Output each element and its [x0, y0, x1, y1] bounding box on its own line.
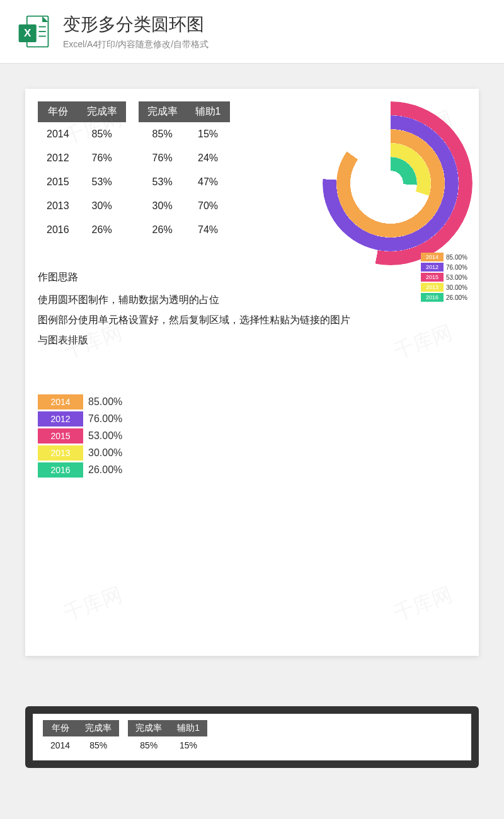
legend-swatch: 2013	[421, 283, 444, 292]
legend-row: 201330.00%	[38, 445, 466, 461]
table-row: 85% 15%	[128, 736, 207, 754]
table-cell: 24%	[186, 146, 230, 170]
multiring-donut-chart	[309, 101, 472, 265]
legend-row: 201553.00%	[421, 273, 472, 282]
th-helper1: 辅助1	[186, 101, 230, 122]
page-title: 变形多分类圆环图	[63, 13, 209, 37]
table-row: 76%24%	[139, 146, 230, 170]
legend-value: 76.00%	[83, 413, 122, 425]
header-text-block: 变形多分类圆环图 Excel/A4打印/内容随意修改/自带格式	[63, 13, 209, 50]
table-cell: 85%	[78, 122, 126, 146]
table-cell: 2013	[38, 194, 78, 218]
legend-row: 201276.00%	[38, 411, 466, 427]
table-row: 201276%	[38, 146, 126, 170]
document-page: 千库网 千库网 千库网 千库网 千库网 千库网 年份 完成率 201485%20…	[25, 89, 479, 656]
th-completion: 完成率	[77, 720, 119, 736]
legend-swatch: 2016	[421, 293, 444, 302]
th-year: 年份	[38, 101, 78, 122]
legend-swatch: 2015	[421, 273, 444, 282]
table-cell: 2012	[38, 146, 78, 170]
legend-swatch: 2012	[421, 263, 444, 272]
th-year: 年份	[43, 720, 77, 736]
page-header: X 变形多分类圆环图 Excel/A4打印/内容随意修改/自带格式	[0, 0, 504, 64]
th-completion2: 完成率	[139, 101, 186, 122]
notes-line: 图例部分使用单元格设置好，然后复制区域，选择性粘贴为链接的图片	[38, 310, 466, 330]
svg-text:X: X	[24, 27, 32, 39]
legend-row: 201485.00%	[421, 253, 472, 261]
data-tables: 年份 完成率 201485%201276%201553%201330%20162…	[38, 101, 230, 242]
table-row: 201485%	[38, 122, 126, 146]
table-cell: 53%	[139, 170, 186, 194]
table-cell: 76%	[139, 146, 186, 170]
legend-row: 201276.00%	[421, 263, 472, 272]
legend-swatch: 2014	[38, 394, 83, 410]
legend-swatch: 2015	[38, 428, 83, 444]
table-cell: 26%	[139, 218, 186, 242]
legend-value: 30.00%	[83, 447, 122, 459]
table-cell: 30%	[78, 194, 126, 218]
table-row: 201553%	[38, 170, 126, 194]
legend-value: 53.00%	[83, 430, 122, 442]
page-subtitle: Excel/A4打印/内容随意修改/自带格式	[63, 39, 209, 50]
legend-value: 85.00%	[446, 254, 472, 261]
table-row: 201626%	[38, 218, 126, 242]
donut-chart-area: 201485.00%201276.00%201553.00%201330.00%…	[271, 101, 472, 303]
preview-table2: 完成率 辅助1 85% 15%	[128, 720, 207, 754]
table-cell: 70%	[186, 194, 230, 218]
legend-value: 30.00%	[446, 284, 472, 291]
table-row: 30%70%	[139, 194, 230, 218]
table-year-completion: 年份 完成率 201485%201276%201553%201330%20162…	[38, 101, 126, 242]
th-helper1: 辅助1	[169, 720, 207, 736]
table-cell: 2016	[38, 218, 78, 242]
table-cell: 47%	[186, 170, 230, 194]
watermark: 千库网	[390, 581, 456, 627]
watermark: 千库网	[60, 581, 126, 627]
table-cell: 2014	[38, 122, 78, 146]
legend-swatch: 2013	[38, 445, 83, 461]
notes-line: 与图表排版	[38, 330, 466, 350]
legend-row: 201553.00%	[38, 428, 466, 444]
legend-swatch: 2016	[38, 462, 83, 478]
table-row: 26%74%	[139, 218, 230, 242]
table-cell: 53%	[78, 170, 126, 194]
table-cell: 15%	[186, 122, 230, 146]
legend-swatch: 2012	[38, 411, 83, 427]
table-row: 85%15%	[139, 122, 230, 146]
table-cell: 26%	[78, 218, 126, 242]
legend-row: 201626.00%	[421, 293, 472, 302]
table-cell: 74%	[186, 218, 230, 242]
legend-value: 53.00%	[446, 274, 472, 281]
table-row: 201330%	[38, 194, 126, 218]
table-cell: 85%	[139, 122, 186, 146]
th-completion: 完成率	[78, 101, 126, 122]
excel-file-icon: X	[15, 13, 53, 50]
donut-ring	[364, 157, 417, 210]
legend-big: 201485.00%201276.00%201553.00%201330.00%…	[38, 394, 466, 478]
table-row: 53%47%	[139, 170, 230, 194]
preview-table1: 年份 完成率 2014 85%	[43, 720, 119, 754]
th-completion2: 完成率	[128, 720, 169, 736]
table-cell: 30%	[139, 194, 186, 218]
table-row: 2014 85%	[43, 736, 119, 754]
legend-row: 201330.00%	[421, 283, 472, 292]
legend-swatch: 2014	[421, 253, 444, 261]
legend-row: 201626.00%	[38, 462, 466, 478]
table-cell: 2015	[38, 170, 78, 194]
chart-legend-small: 201485.00%201276.00%201553.00%201330.00%…	[421, 253, 472, 303]
table-cell: 76%	[78, 146, 126, 170]
legend-row: 201485.00%	[38, 394, 466, 410]
legend-value: 85.00%	[83, 396, 122, 408]
legend-value: 76.00%	[446, 264, 472, 271]
legend-value: 26.00%	[83, 464, 122, 476]
legend-value: 26.00%	[446, 294, 472, 301]
table-helper: 完成率 辅助1 85%15%76%24%53%47%30%70%26%74%	[139, 101, 230, 242]
clipboard-preview: 年份 完成率 2014 85% 完成率 辅助1 85%	[25, 706, 479, 768]
